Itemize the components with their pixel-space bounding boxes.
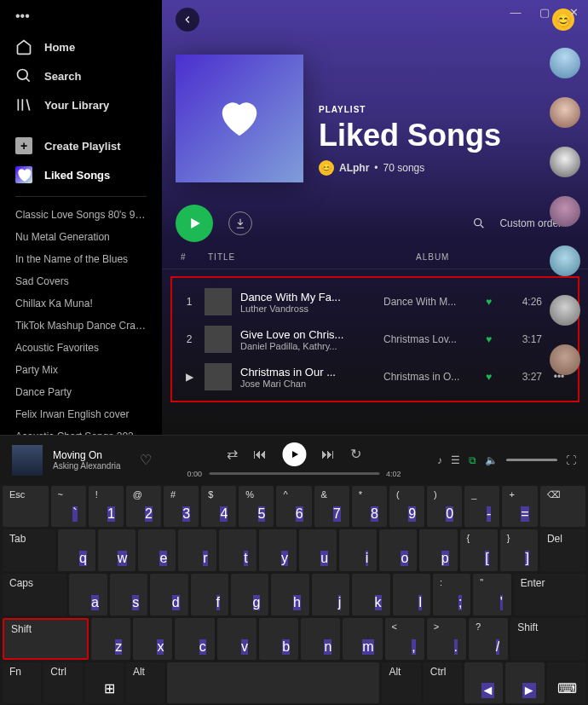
friend-avatar[interactable] xyxy=(550,344,580,375)
key-win[interactable]: ⊞ xyxy=(85,662,124,704)
key-⌫[interactable]: ⌫ xyxy=(540,486,586,528)
key-4[interactable]: $4 xyxy=(201,486,236,528)
key-space[interactable] xyxy=(167,662,379,704)
window-maximize[interactable]: ▢ xyxy=(530,0,559,24)
key-p[interactable]: p xyxy=(419,529,457,571)
key-x[interactable]: x xyxy=(133,618,172,660)
liked-icon[interactable]: ♥ xyxy=(486,371,503,383)
more-icon[interactable]: ••• xyxy=(15,9,147,24)
key-,[interactable]: <, xyxy=(385,618,424,660)
shuffle-button[interactable]: ⇄ xyxy=(227,446,238,462)
progress-bar[interactable] xyxy=(209,472,379,475)
key-y[interactable]: y xyxy=(259,529,297,571)
key-w[interactable]: w xyxy=(98,529,135,571)
key-c[interactable]: c xyxy=(175,618,214,660)
key-q[interactable]: q xyxy=(58,529,95,571)
key-`[interactable]: ~` xyxy=(51,486,86,528)
key-►[interactable]: ► xyxy=(505,662,544,704)
key-1[interactable]: !1 xyxy=(89,486,124,528)
playlist-item[interactable]: Sad Covers xyxy=(15,270,147,292)
volume-icon[interactable]: 🔈 xyxy=(485,454,498,466)
playlist-item[interactable]: Dance Party xyxy=(15,381,147,403)
friend-avatar[interactable] xyxy=(550,196,580,227)
fullscreen-button[interactable]: ⛶ xyxy=(566,454,576,466)
devices-button[interactable]: ⧉ xyxy=(469,454,476,466)
playlist-item[interactable]: Chillax Ka Muna! xyxy=(15,292,147,315)
repeat-button[interactable]: ↻ xyxy=(350,446,361,462)
key-shift[interactable]: Shift xyxy=(510,618,585,660)
window-minimize[interactable]: — xyxy=(501,0,530,24)
friend-avatar[interactable] xyxy=(550,48,580,78)
key-kb[interactable]: ⌨ xyxy=(547,662,585,704)
playlist-item[interactable]: TikTok Mashup Dance Craze... xyxy=(15,315,147,337)
nav-home[interactable]: Home xyxy=(15,32,147,61)
volume-slider[interactable] xyxy=(506,459,557,461)
owner-name[interactable]: ALphr xyxy=(339,162,369,174)
liked-icon[interactable]: ♥ xyxy=(486,296,503,308)
key-n[interactable]: n xyxy=(301,618,340,660)
track-row[interactable]: 2 Give Love on Chris... Daniel Padilla, … xyxy=(174,321,576,358)
track-row[interactable]: 1 Dance With My Fa... Luther Vandross Da… xyxy=(174,283,576,321)
key-f[interactable]: f xyxy=(191,574,228,615)
key-alt[interactable]: Alt xyxy=(126,662,164,704)
key-k[interactable]: k xyxy=(352,574,389,615)
next-button[interactable]: ⏭ xyxy=(321,447,335,462)
key-l[interactable]: l xyxy=(393,574,430,615)
key-6[interactable]: ^6 xyxy=(276,486,311,528)
key-g[interactable]: g xyxy=(231,574,268,615)
key-◄[interactable]: ◄ xyxy=(464,662,503,704)
key-fn[interactable]: Fn xyxy=(3,662,41,704)
liked-icon[interactable]: ♥ xyxy=(486,333,503,345)
key-5[interactable]: %5 xyxy=(239,486,274,528)
now-playing-art[interactable] xyxy=(12,445,43,476)
key-shift[interactable]: Shift xyxy=(3,618,89,660)
like-button[interactable]: ♡ xyxy=(140,452,152,468)
key-2[interactable]: @2 xyxy=(126,486,161,528)
key-;[interactable]: :; xyxy=(433,574,470,615)
key-.[interactable]: >. xyxy=(427,618,466,660)
queue-button[interactable]: ☰ xyxy=(451,454,460,466)
playlist-item[interactable]: Party Mix xyxy=(15,359,147,381)
key-'[interactable]: "' xyxy=(473,574,510,615)
key-3[interactable]: #3 xyxy=(164,486,199,528)
key-s[interactable]: s xyxy=(110,574,147,615)
key-d[interactable]: d xyxy=(150,574,187,615)
playlist-item[interactable]: Acoustic Favorites xyxy=(15,337,147,359)
create-playlist-button[interactable]: + Create Playlist xyxy=(15,131,147,160)
key-m[interactable]: m xyxy=(343,618,382,660)
key-b[interactable]: b xyxy=(259,618,298,660)
playlist-item[interactable]: Acoustic Chart Songs 2021 ... xyxy=(15,425,147,435)
track-row[interactable]: ▶ Christmas in Our ... Jose Mari Chan Ch… xyxy=(174,358,576,396)
key-i[interactable]: i xyxy=(339,529,377,571)
key-o[interactable]: o xyxy=(379,529,417,571)
friend-avatar[interactable] xyxy=(550,147,580,177)
friend-avatar[interactable] xyxy=(550,246,580,276)
key-u[interactable]: u xyxy=(299,529,337,571)
key-ctrl[interactable]: Ctrl xyxy=(424,662,462,704)
play-button[interactable] xyxy=(176,205,213,242)
key-[[interactable]: {[ xyxy=(460,529,498,571)
key--[interactable]: _- xyxy=(464,486,499,528)
back-button[interactable] xyxy=(176,8,199,32)
liked-songs-nav[interactable]: Liked Songs xyxy=(15,160,147,189)
key-8[interactable]: *8 xyxy=(352,486,387,528)
friend-avatar[interactable] xyxy=(550,97,580,128)
key-esc[interactable]: Esc xyxy=(3,486,49,528)
key-z[interactable]: z xyxy=(91,618,130,660)
prev-button[interactable]: ⏮ xyxy=(253,447,267,462)
key-a[interactable]: a xyxy=(69,574,107,615)
key-j[interactable]: j xyxy=(312,574,349,615)
download-button[interactable] xyxy=(228,211,252,235)
key-alt[interactable]: Alt xyxy=(382,662,420,704)
key-/[interactable]: ?/ xyxy=(469,618,508,660)
key-7[interactable]: &7 xyxy=(314,486,349,528)
play-pause-button[interactable] xyxy=(282,442,306,466)
key-h[interactable]: h xyxy=(271,574,308,615)
key-=[interactable]: += xyxy=(502,486,537,528)
playlist-item[interactable]: Felix Irwan English cover xyxy=(15,403,147,425)
lyrics-button[interactable]: ♪ xyxy=(437,454,442,466)
nav-search[interactable]: Search xyxy=(15,61,147,90)
key-caps[interactable]: Caps xyxy=(3,574,66,615)
now-playing-title[interactable]: Moving On xyxy=(53,449,121,461)
key-ctrl[interactable]: Ctrl xyxy=(43,662,82,704)
